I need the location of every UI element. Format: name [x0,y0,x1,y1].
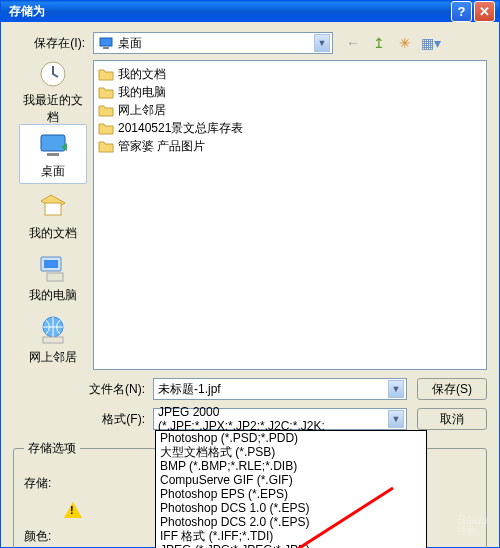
format-option[interactable]: JPEG (*.JPG;*.JPEG;*.JPE) [156,543,426,548]
svg-rect-4 [47,153,59,156]
place-desktop[interactable]: 桌面 [19,124,87,184]
window-title: 存储为 [5,3,449,20]
titlebar: 存储为 ? ✕ [1,1,499,22]
filename-value: 未标题-1.jpf [158,381,388,398]
place-network[interactable]: 网上邻居 [19,310,87,370]
list-item[interactable]: 管家婆 产品图片 [98,137,482,155]
cancel-button[interactable]: 取消 [417,408,487,430]
format-value: JPEG 2000 (*.JPF;*.JPX;*.JP2;*.J2C;*.J2K… [158,405,388,433]
format-option[interactable]: BMP (*.BMP;*.RLE;*.DIB) [156,459,426,473]
format-label: 格式(F): [13,411,153,428]
place-recent[interactable]: 我最近的文档 [19,62,87,122]
format-combo[interactable]: JPEG 2000 (*.JPF;*.JPX;*.JP2;*.J2C;*.J2K… [153,408,407,430]
back-icon[interactable]: ← [343,33,363,53]
network-icon [37,315,69,347]
filename-input[interactable]: 未标题-1.jpf ▼ [153,378,407,400]
format-option[interactable]: IFF 格式 (*.IFF;*.TDI) [156,529,426,543]
place-documents[interactable]: 我的文档 [19,186,87,246]
list-item[interactable]: 我的电脑 [98,83,482,101]
chevron-down-icon[interactable]: ▼ [388,410,404,428]
svg-rect-0 [100,38,112,46]
desktop-icon [98,35,114,51]
documents-icon [37,191,69,223]
views-icon[interactable]: ▦▾ [421,33,441,53]
svg-rect-5 [45,203,61,215]
toolbar: ← ↥ ✳ ▦▾ [343,33,441,53]
up-icon[interactable]: ↥ [369,33,389,53]
format-option[interactable]: Photoshop EPS (*.EPS) [156,487,426,501]
list-item[interactable]: 网上邻居 [98,101,482,119]
format-option[interactable]: Photoshop DCS 1.0 (*.EPS) [156,501,426,515]
file-list[interactable]: 我的文档我的电脑网上邻居20140521景文总库存表管家婆 产品图片 [93,60,487,370]
save-in-value: 桌面 [118,35,314,52]
close-button[interactable]: ✕ [474,1,495,22]
svg-rect-10 [43,337,63,343]
desktop-icon [37,129,69,161]
new-folder-icon[interactable]: ✳ [395,33,415,53]
computer-icon [37,253,69,285]
list-item[interactable]: 20140521景文总库存表 [98,119,482,137]
dialog-body: 保存在(I): 桌面 ▼ ← ↥ ✳ ▦▾ 我 [1,22,499,548]
filename-label: 文件名(N): [13,381,153,398]
format-option[interactable]: 大型文档格式 (*.PSB) [156,445,426,459]
chevron-down-icon[interactable]: ▼ [314,34,330,52]
save-in-combo[interactable]: 桌面 ▼ [93,32,333,54]
svg-rect-1 [103,47,109,49]
list-item[interactable]: 我的文档 [98,65,482,83]
storage-options-legend: 存储选项 [24,440,80,457]
svg-rect-3 [41,135,65,151]
svg-rect-8 [47,273,63,281]
save-in-label: 保存在(I): [13,35,93,52]
format-option[interactable]: Photoshop (*.PSD;*.PDD) [156,431,426,445]
format-dropdown[interactable]: Photoshop (*.PSD;*.PDD)大型文档格式 (*.PSB)BMP… [155,430,427,548]
recent-icon [37,58,69,90]
warning-icon [64,502,82,518]
places-bar: 我最近的文档 桌面 我的文档 [13,60,93,370]
save-button[interactable]: 保存(S) [417,378,487,400]
storage-label: 存储: [24,475,51,492]
place-computer[interactable]: 我的电脑 [19,248,87,308]
svg-rect-7 [44,260,58,268]
format-option[interactable]: Photoshop DCS 2.0 (*.EPS) [156,515,426,529]
help-button[interactable]: ? [451,1,472,22]
format-option[interactable]: CompuServe GIF (*.GIF) [156,473,426,487]
save-as-dialog: 存储为 ? ✕ 保存在(I): 桌面 ▼ ← ↥ ✳ ▦▾ [0,0,500,548]
chevron-down-icon[interactable]: ▼ [388,380,404,398]
color-label: 颜色: [24,528,51,545]
